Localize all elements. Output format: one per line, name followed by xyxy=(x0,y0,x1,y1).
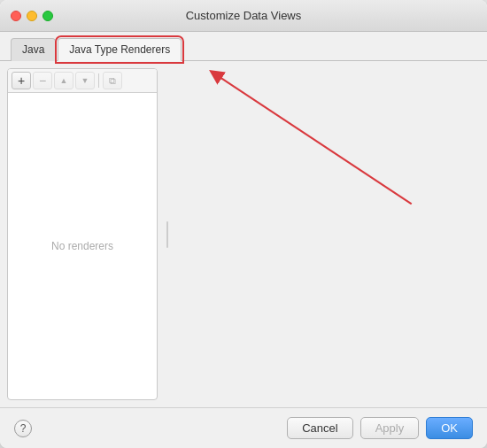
minimize-button[interactable] xyxy=(27,11,37,21)
help-button[interactable]: ? xyxy=(14,420,32,437)
right-panel xyxy=(177,68,480,400)
add-button[interactable]: + xyxy=(12,72,31,89)
tab-java[interactable]: Java xyxy=(11,38,56,61)
copy-button[interactable]: ⧉ xyxy=(103,72,122,89)
empty-list-text: No renderers xyxy=(51,240,113,252)
close-button[interactable] xyxy=(11,11,21,21)
tab-java-type-renderers[interactable]: Java Type Renderers xyxy=(58,38,182,61)
footer: ? Cancel Apply OK xyxy=(0,407,487,448)
tabs-bar: Java Java Type Renderers xyxy=(0,32,487,61)
move-up-button[interactable]: ▲ xyxy=(54,72,73,89)
ok-button[interactable]: OK xyxy=(426,417,473,439)
divider[interactable] xyxy=(165,68,170,400)
annotation-arrow xyxy=(177,68,480,400)
window-title: Customize Data Views xyxy=(186,9,302,22)
footer-buttons: Cancel Apply OK xyxy=(287,417,473,439)
content-area: + − ▲ ▼ ⧉ No renderers xyxy=(0,61,487,407)
remove-button[interactable]: − xyxy=(33,72,52,89)
svg-line-1 xyxy=(215,74,412,205)
cancel-button[interactable]: Cancel xyxy=(287,417,352,439)
maximize-button[interactable] xyxy=(43,11,53,21)
left-panel: + − ▲ ▼ ⧉ No renderers xyxy=(7,68,158,400)
main-window: Customize Data Views Java Java Type Rend… xyxy=(0,0,487,448)
move-down-button[interactable]: ▼ xyxy=(75,72,95,89)
list-toolbar: + − ▲ ▼ ⧉ xyxy=(8,69,157,93)
title-bar: Customize Data Views xyxy=(0,0,487,32)
renderers-list[interactable]: No renderers xyxy=(8,93,157,399)
apply-button[interactable]: Apply xyxy=(360,417,420,439)
window-controls xyxy=(11,11,53,21)
toolbar-separator xyxy=(98,73,99,88)
